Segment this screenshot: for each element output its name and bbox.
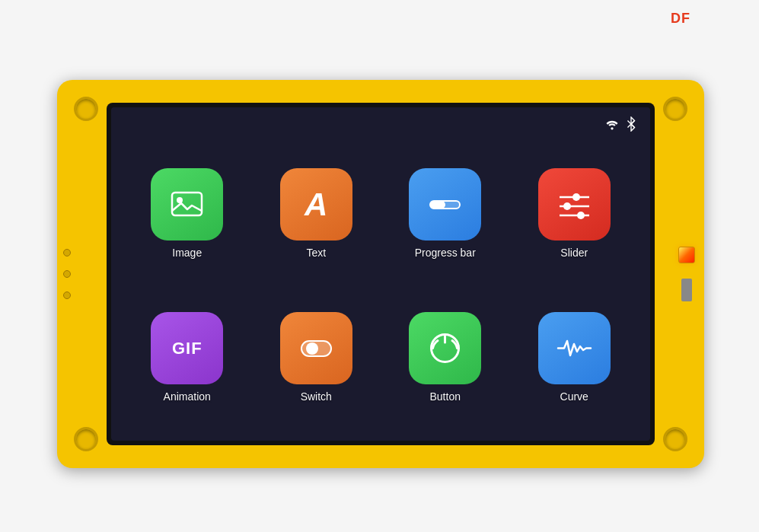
app-grid: Image A Text — [111, 138, 650, 441]
svg-point-12 — [577, 212, 585, 219]
app-item-curve[interactable]: Curve — [514, 289, 636, 425]
app-label-button: Button — [430, 390, 461, 403]
app-item-text[interactable]: A Text — [256, 145, 378, 282]
app-item-slider[interactable]: Slider — [514, 145, 636, 282]
wifi-icon — [604, 118, 620, 133]
app-label-switch: Switch — [301, 390, 332, 403]
app-icon-switch — [280, 312, 352, 384]
left-screw-2 — [63, 270, 71, 278]
app-icon-slider — [538, 168, 611, 241]
pcb-board: Image A Text — [57, 80, 704, 468]
app-icon-animation: GIF — [151, 312, 223, 384]
rgb-led — [678, 247, 695, 263]
status-bar — [604, 116, 636, 135]
svg-rect-6 — [430, 201, 445, 209]
app-icon-image — [151, 168, 223, 241]
app-label-text: Text — [306, 247, 326, 259]
mounting-hole-tl — [74, 97, 98, 121]
page-container: DF — [0, 0, 759, 532]
svg-point-8 — [572, 193, 580, 201]
app-item-image[interactable]: Image — [126, 145, 248, 282]
app-label-progressbar: Progress bar — [415, 247, 476, 259]
app-item-button[interactable]: Button — [384, 289, 506, 425]
right-components — [678, 247, 695, 301]
gif-text-icon: GIF — [172, 339, 203, 358]
app-icon-progressbar — [409, 168, 481, 241]
left-screw-3 — [63, 291, 71, 299]
mounting-hole-tr — [663, 97, 687, 121]
bluetooth-icon — [626, 116, 636, 135]
app-item-animation[interactable]: GIF Animation — [126, 289, 248, 425]
svg-point-10 — [563, 202, 571, 210]
left-screw-1 — [63, 249, 71, 256]
mounting-hole-br — [663, 427, 687, 451]
screen: Image A Text — [111, 107, 650, 441]
connector-right — [681, 279, 692, 301]
svg-point-14 — [306, 342, 318, 355]
app-icon-text: A — [280, 168, 352, 241]
app-label-animation: Animation — [164, 390, 211, 403]
mounting-hole-bl — [74, 427, 98, 451]
svg-point-4 — [177, 197, 183, 203]
app-item-switch[interactable]: Switch — [256, 289, 378, 425]
app-label-curve: Curve — [560, 390, 588, 403]
svg-rect-3 — [172, 193, 202, 215]
df-logo: DF — [671, 11, 690, 27]
app-item-progressbar[interactable]: Progress bar — [384, 145, 506, 282]
app-icon-button — [409, 312, 481, 384]
left-components — [63, 249, 71, 299]
screen-bezel: Image A Text — [107, 103, 655, 445]
svg-point-0 — [611, 127, 613, 129]
app-label-image: Image — [172, 247, 202, 259]
letter-a-icon: A — [305, 186, 327, 223]
app-label-slider: Slider — [560, 247, 588, 259]
app-icon-curve — [538, 312, 611, 384]
